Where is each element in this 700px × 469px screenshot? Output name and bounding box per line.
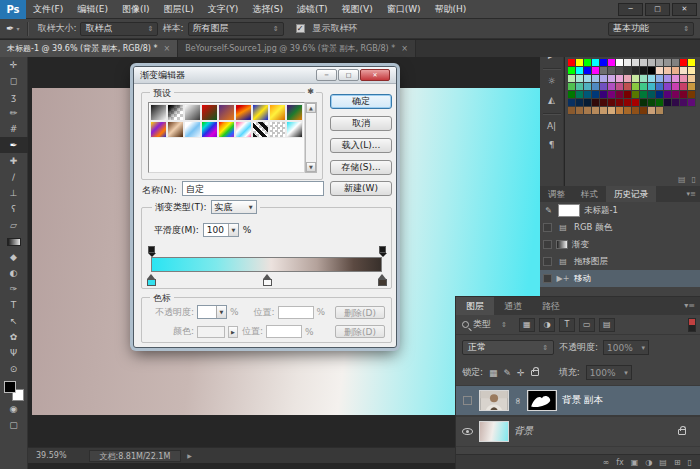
color-swatch[interactable]: [608, 75, 616, 83]
color-swatch[interactable]: [608, 67, 616, 75]
color-stop[interactable]: [263, 274, 272, 286]
tool-preset-caret-icon[interactable]: ▾: [16, 25, 19, 32]
ok-button[interactable]: 确定: [330, 94, 392, 109]
color-swatch[interactable]: [656, 91, 664, 99]
color-swatch[interactable]: [688, 99, 696, 107]
color-swatch[interactable]: [592, 67, 600, 75]
color-swatch[interactable]: [608, 59, 616, 67]
visibility-toggle[interactable]: [460, 396, 474, 405]
menu-item[interactable]: 图层(L): [157, 0, 201, 19]
blend-mode-select[interactable]: 正常 ⇕: [462, 340, 554, 355]
color-swatch[interactable]: [632, 59, 640, 67]
color-swatch[interactable]: [592, 99, 600, 107]
color-swatch[interactable]: [576, 99, 584, 107]
filter-smartobject-icon[interactable]: ▤: [599, 318, 615, 332]
color-swatch[interactable]: [600, 59, 608, 67]
color-swatch[interactable]: [640, 67, 648, 75]
color-swatch[interactable]: [672, 99, 680, 107]
color-swatch[interactable]: [624, 99, 632, 107]
gradient-preset[interactable]: [235, 121, 252, 138]
pen-tool[interactable]: ✑: [0, 281, 28, 297]
gradient-preset[interactable]: [269, 104, 286, 121]
stop-opacity-input[interactable]: ▼: [197, 305, 227, 319]
opacity-stop[interactable]: [148, 246, 155, 253]
delete-color-stop-button[interactable]: 删除(D): [335, 325, 385, 338]
gradient-preset[interactable]: [184, 104, 201, 121]
filter-type-icon[interactable]: T: [559, 318, 575, 332]
color-swatch[interactable]: [624, 91, 632, 99]
lock-pixels-icon[interactable]: ✎: [504, 368, 512, 378]
panel-menu-icon[interactable]: ▾≡: [684, 297, 700, 315]
color-swatch[interactable]: [584, 99, 592, 107]
link-layers-icon[interactable]: ∞: [603, 458, 610, 467]
history-brush-tool[interactable]: ʕ: [0, 201, 28, 217]
layer-thumbnail[interactable]: [479, 421, 509, 442]
zoom-level[interactable]: 39.59%: [28, 451, 75, 460]
color-swatch[interactable]: [664, 75, 672, 83]
gradient-preset[interactable]: [235, 104, 252, 121]
color-swatch[interactable]: [624, 67, 632, 75]
color-swatch[interactable]: [624, 107, 632, 115]
dialog-minimize-button[interactable]: ─: [316, 69, 337, 81]
color-swatch[interactable]: [648, 99, 656, 107]
color-swatch[interactable]: [600, 107, 608, 115]
layer-thumbnail[interactable]: [479, 390, 509, 411]
menu-item[interactable]: 文字(Y): [201, 0, 246, 19]
tab-adjustments[interactable]: 调整: [540, 186, 573, 202]
gradient-preset[interactable]: [286, 121, 303, 138]
delete-layer-icon[interactable]: ▯: [688, 458, 692, 467]
crop-tool[interactable]: #: [0, 121, 28, 137]
brush-tool[interactable]: ∕: [0, 169, 28, 185]
save-button[interactable]: 存储(S)...: [330, 160, 392, 175]
filter-pixel-icon[interactable]: ▦: [519, 318, 535, 332]
color-swatch[interactable]: [632, 83, 640, 91]
color-swatch[interactable]: [568, 91, 576, 99]
color-swatch[interactable]: [656, 75, 664, 83]
filter-adjustment-icon[interactable]: ◑: [539, 318, 555, 332]
dialog-maximize-button[interactable]: □: [338, 69, 359, 81]
color-swatch[interactable]: [648, 75, 656, 83]
filter-shape-icon[interactable]: ▭: [579, 318, 595, 332]
gradient-preset[interactable]: [218, 104, 235, 121]
color-swatch[interactable]: [600, 99, 608, 107]
custom-shape-tool[interactable]: ✿: [0, 329, 28, 345]
history-snapshot[interactable]: ✎ 未标题-1: [540, 202, 700, 219]
presets-scrollbar[interactable]: ▲ ▼: [305, 102, 317, 173]
color-swatch[interactable]: [576, 83, 584, 91]
color-swatch[interactable]: [672, 91, 680, 99]
gradient-preset[interactable]: [167, 104, 184, 121]
color-swatch[interactable]: [640, 99, 648, 107]
color-swatch[interactable]: [584, 107, 592, 115]
color-swatch[interactable]: [608, 107, 616, 115]
stop-location-input[interactable]: [278, 306, 314, 319]
hand-tool[interactable]: Ψ: [0, 345, 28, 361]
color-swatch[interactable]: [640, 83, 648, 91]
color-swatch[interactable]: [624, 83, 632, 91]
move-tool[interactable]: ✛: [0, 57, 28, 73]
maximize-button[interactable]: □: [645, 3, 670, 16]
color-swatch[interactable]: [664, 99, 672, 107]
color-swatch[interactable]: [656, 83, 664, 91]
history-checkbox[interactable]: [543, 223, 552, 232]
gradient-preset[interactable]: [218, 121, 235, 138]
color-swatch[interactable]: [584, 59, 592, 67]
color-swatch[interactable]: [576, 59, 584, 67]
panel-menu-icon[interactable]: ▾≡: [687, 186, 700, 202]
foreground-color-chip[interactable]: [4, 381, 16, 393]
opacity-stop[interactable]: [379, 246, 386, 253]
clone-stamp-tool[interactable]: ⊥: [0, 185, 28, 201]
color-swatch[interactable]: [680, 91, 688, 99]
add-mask-icon[interactable]: ▣: [631, 458, 639, 467]
color-swatch[interactable]: [616, 59, 624, 67]
gradient-preset[interactable]: [252, 121, 269, 138]
layer-group-icon[interactable]: ▤: [659, 458, 667, 467]
history-checkbox[interactable]: [543, 257, 552, 266]
menu-item[interactable]: 选择(S): [245, 0, 290, 19]
close-tab-icon[interactable]: ×: [163, 44, 170, 53]
stop-location-input[interactable]: [266, 325, 302, 338]
close-tab-icon[interactable]: ×: [401, 44, 408, 53]
kind-label[interactable]: 类型: [473, 318, 491, 331]
color-swatch[interactable]: [664, 67, 672, 75]
scroll-up-icon[interactable]: ▲: [306, 103, 316, 113]
gradient-preset[interactable]: [150, 104, 167, 121]
